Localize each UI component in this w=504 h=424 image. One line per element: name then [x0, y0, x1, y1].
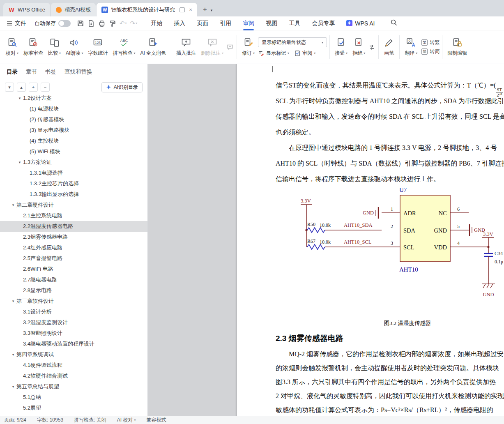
doc-line[interactable]: MQ-2 烟雾传感器，它的作用是检测衣柜内部的烟雾浓度，如果出现超过安	[276, 347, 504, 361]
comment-nav-button[interactable]	[226, 44, 234, 51]
toc-item[interactable]: ▾ 2.6WiFi 电路	[0, 264, 147, 274]
doc-line[interactable]: SCL 为串行时钟负责微控制器与 AHT10 之间通讯的同步，SDA 为串行数据…	[276, 93, 504, 109]
toc-item[interactable]: ▾ 第四章系统调试	[0, 349, 147, 360]
section-heading[interactable]: 2.3 烟雾传感器电路	[276, 332, 504, 345]
toc-item[interactable]: ▾ 3.4继电器驱动装置的程序设计	[0, 339, 147, 349]
redo-button[interactable]: ↷▾	[129, 20, 139, 27]
expand-arrow-icon[interactable]: ▾	[10, 385, 16, 389]
doc-line[interactable]: 图3.3 所示，六只引脚其中有四个作用是信号的取出，另外两个负责提供加热	[276, 375, 504, 389]
undo-caret-icon[interactable]: ▾	[125, 21, 127, 25]
toc-item[interactable]: ▾ 3.2温湿度监测设计	[0, 317, 147, 328]
menu-item[interactable]: 工具	[283, 16, 306, 30]
to-simplified-button[interactable]: 简 转简	[421, 48, 440, 55]
toc-item[interactable]: ▾ 第三章软件设计	[0, 296, 147, 306]
expand-arrow-icon[interactable]: ▾	[10, 353, 16, 357]
doc-line[interactable]: 的浓烟则会触发报警机制，会主动提醒使用者及时的处理突发问题。具体模块	[276, 361, 504, 375]
spellcheck-indicator[interactable]: 拼写检查: 关闭	[74, 417, 106, 424]
toc-item[interactable]: ▾ 2.5声音报警电路	[0, 253, 147, 264]
toc-item[interactable]: ▾ 1.3.3输出显示的选择	[0, 189, 147, 200]
toc-item[interactable]: ▾ (5) WiFi 模块	[0, 146, 147, 157]
toc-item[interactable]: ▾ 1.3.1电源选择	[0, 168, 147, 178]
sidebar-tab[interactable]: 章节	[26, 68, 37, 76]
menu-item[interactable]: 审阅	[237, 16, 260, 30]
toc-item[interactable]: ▾ 2.2温湿度传感器电路	[0, 221, 147, 232]
doc-line[interactable]: 信号ST的变化而改变，其结果用温度℃来表示。具体公式计算为：T（℃）=(ST2²…	[276, 78, 504, 93]
spell-check-button[interactable]: ABC 拼写检查▾	[110, 36, 138, 58]
tab-list-caret-icon[interactable]: ▾	[211, 8, 213, 12]
menu-item[interactable]: 开始	[145, 16, 168, 30]
search-button[interactable]	[390, 19, 397, 28]
expand-arrow-icon[interactable]: ▾	[10, 203, 16, 207]
menu-item[interactable]: 会员专享	[306, 16, 341, 30]
file-menu-button[interactable]: 文件	[4, 20, 29, 27]
standard-review-button[interactable]: 标准审查	[21, 36, 46, 58]
circuit-figure[interactable]: U7 AHT10 1 2 3 6 5 4	[284, 183, 504, 318]
toc-item[interactable]: ▾ (4) 主控模块	[0, 136, 147, 146]
redo-caret-icon[interactable]: ▾	[136, 21, 137, 25]
toc-item[interactable]: ▾ 5.2展望	[0, 403, 147, 413]
toc-item[interactable]: ▾ 5.1总结	[0, 392, 147, 403]
track-changes-button[interactable]: 修订▾	[239, 36, 257, 58]
toc-item[interactable]: ▾ 1.2设计方案	[0, 94, 147, 104]
expand-arrow-icon[interactable]: ▾	[16, 160, 23, 164]
collapse-all-button[interactable]: ▾	[5, 83, 14, 92]
doc-line[interactable]: 2 对甲烷、液化气的灵敏度特别高，因此我们可以使用打火机来检测功能的实现	[276, 389, 504, 403]
menu-item[interactable]: WPS AI	[341, 16, 380, 30]
word-count-indicator[interactable]: 字数: 10953	[37, 417, 63, 424]
export-button[interactable]	[86, 18, 96, 28]
to-traditional-button[interactable]: 繁 转繁	[421, 39, 440, 46]
compat-mode-indicator[interactable]: 兼容模式	[146, 417, 166, 424]
doc-line[interactable]: 在原理图中通过模块电路的 1 号脚连接 3.3 V 电源，2 号脚接地，3、4 …	[276, 140, 504, 156]
expand-all-button[interactable]: ▴	[17, 83, 26, 92]
compare-button[interactable]: 比较▾	[46, 36, 63, 58]
toc-item[interactable]: ▾ 第二章硬件设计	[0, 200, 147, 210]
tab-current-document[interactable]: W 智能衣柜系统的设计与研究 ×	[97, 3, 197, 16]
restrict-edit-button[interactable]: 限制编辑	[445, 36, 469, 58]
print-button[interactable]	[97, 18, 107, 28]
toc-item[interactable]: ▾ 1.3方案论证	[0, 157, 147, 168]
ai-read-button[interactable]: AI朗读▾	[63, 36, 85, 58]
delete-comment-button[interactable]: 删除批注▾	[198, 36, 226, 58]
toc-item[interactable]: ▾ 第五章总结与展望	[0, 381, 147, 392]
reject-button[interactable]: 拒绝▾	[350, 36, 368, 58]
document-page[interactable]: 信号ST的变化而改变，其结果用温度℃来表示。具体公式计算为：T（℃）=(ST2²…	[237, 64, 504, 416]
insert-comment-button[interactable]: 插入批注	[174, 36, 198, 58]
toc-item[interactable]: ▾ (1) 电源模块	[0, 104, 147, 114]
zoom-in-button[interactable]: +	[29, 83, 38, 92]
toc-item[interactable]: ▾ 1.3.2主控芯片的选择	[0, 178, 147, 189]
ai-polish-button[interactable]: AI 全文润色	[138, 36, 168, 58]
sidebar-tab[interactable]: 查找和替换	[64, 68, 92, 76]
tab-wps-home[interactable]: W WPS Office	[3, 3, 50, 16]
toc-item[interactable]: ▾ (2) 传感器模块	[0, 114, 147, 125]
doc-line[interactable]: 也必须稳定。	[276, 124, 504, 140]
toc-item[interactable]: ▾ (3) 显示电路模块	[0, 125, 147, 136]
zoom-out-button[interactable]: −	[41, 83, 50, 92]
toc-item[interactable]: ▾ 3.3智能照明设计	[0, 328, 147, 339]
pen-button[interactable]: 画笔	[381, 36, 397, 58]
expand-arrow-icon[interactable]: ▾	[16, 96, 23, 100]
menu-item[interactable]: 视图	[260, 16, 283, 30]
tab-close-icon[interactable]: ×	[189, 7, 192, 13]
figure-caption[interactable]: 图3.2 温湿度传感器	[276, 318, 504, 328]
toc-item[interactable]: ▾ 2.7继电器电路	[0, 274, 147, 285]
document-canvas[interactable]: 信号ST的变化而改变，其结果用温度℃来表示。具体公式计算为：T（℃）=(ST2²…	[148, 64, 504, 416]
format-painter-button[interactable]	[108, 18, 117, 28]
expand-arrow-icon[interactable]: ▾	[10, 299, 16, 303]
translate-button[interactable]: 文 翻译▾	[402, 36, 420, 58]
doc-line[interactable]: AHT10 的 SCL（时钟线）与 SDA（数据线）引脚与微控制器的 PB6、7…	[276, 156, 504, 171]
toc-item[interactable]: ▾ 2.3烟雾传感器电路	[0, 232, 147, 242]
undo-button[interactable]: ↶▾	[118, 20, 128, 27]
autosave-toggle[interactable]	[58, 20, 71, 27]
review-mode-button[interactable]: 审阅 ▾	[294, 50, 315, 57]
menu-item[interactable]: 页面	[191, 16, 214, 30]
toc-item[interactable]: ▾ 2.8显示电路	[0, 285, 147, 296]
menu-item[interactable]: 插入	[168, 16, 191, 30]
markup-state-dropdown[interactable]: 显示标记的最终状态 ▾	[258, 37, 327, 47]
change-nav-button[interactable]	[368, 44, 376, 51]
ai-proof-indicator[interactable]: AI 校对▾	[117, 417, 136, 424]
doc-line[interactable]: 传感器的输出和输入，发送命令的时候 SDA 在 SCL 上升沿有效，同理 SCL…	[276, 109, 504, 124]
sidebar-tab[interactable]: 书签	[45, 68, 56, 76]
ai-recognize-toc-button[interactable]: AI识别目录	[101, 82, 143, 92]
word-count-button[interactable]: 123 字数统计	[85, 36, 110, 58]
accept-button[interactable]: 接受▾	[332, 36, 350, 58]
